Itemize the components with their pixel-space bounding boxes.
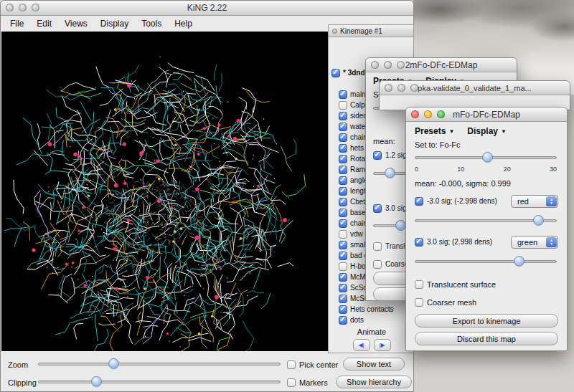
animate-back-button[interactable]: ◀|	[353, 339, 370, 351]
slider-thumb[interactable]	[395, 220, 406, 231]
item-label: Hets contacts	[350, 305, 394, 313]
close-button[interactable]	[411, 110, 419, 118]
animate-label: Animate	[329, 328, 415, 336]
slider-thumb[interactable]	[533, 215, 544, 226]
minimize-button[interactable]	[424, 110, 432, 118]
pos-sig-checkbox[interactable]: ✓	[373, 204, 382, 213]
window-title: mFo-DFc-EDMap	[453, 110, 520, 120]
item-checkbox[interactable]: ✓	[339, 176, 347, 185]
item-checkbox[interactable]: ✓	[339, 209, 347, 217]
minimize-button[interactable]	[397, 84, 405, 92]
menu-display[interactable]: Display	[94, 19, 135, 29]
translucent-checkbox[interactable]: ✓	[415, 280, 423, 289]
close-button[interactable]	[6, 4, 14, 11]
neg-color-popup[interactable]: red ▲▼	[511, 195, 558, 208]
menu-label: Tools	[141, 19, 161, 29]
map2-titlebar[interactable]: 2mFo-DFc-EDMap	[366, 58, 517, 72]
item-checkbox[interactable]: ✓	[339, 123, 347, 131]
export-kinemage-button[interactable]: Export to kinemage	[415, 314, 558, 328]
desktop: KiNG 2.22 FileEditViewsDisplayToolsHelp …	[0, 0, 574, 392]
pos-sig-checkbox[interactable]: ✓	[415, 238, 423, 247]
item-checkbox[interactable]: ✓	[339, 273, 347, 282]
kinemage-panel-titlebar[interactable]: Kinemage #1	[329, 25, 413, 37]
slider-thumb[interactable]	[482, 152, 493, 163]
minimize-button[interactable]	[19, 4, 27, 11]
map-level-slider[interactable]	[415, 152, 557, 163]
slider-track	[38, 381, 281, 383]
menu-label: Display	[100, 19, 128, 29]
menu-edit[interactable]: Edit	[30, 19, 58, 29]
item-checkbox[interactable]: ✓	[339, 295, 347, 303]
menu-views[interactable]: Views	[58, 19, 94, 29]
item-checkbox[interactable]: ✓	[339, 133, 347, 142]
minimize-button[interactable]	[384, 61, 392, 69]
zoom-button[interactable]	[437, 110, 445, 118]
map1-titlebar[interactable]: mFo-DFc-EDMap	[406, 107, 567, 122]
panel-close-button[interactable]	[332, 29, 337, 34]
item-checkbox[interactable]: ✓	[339, 90, 347, 99]
pick-center-checkbox[interactable]: ✓ Pick center	[287, 359, 338, 371]
close-button[interactable]	[385, 84, 392, 92]
item-checkbox[interactable]: ✓	[339, 316, 347, 325]
checkbox-box[interactable]: ✓	[287, 360, 296, 369]
item-checkbox[interactable]: ✓	[331, 69, 340, 77]
item-label: dots	[350, 316, 364, 324]
neg-sig-checkbox[interactable]: ✓	[373, 151, 382, 160]
stats-label: mean: -0.000, sigma: 0.999	[415, 179, 511, 188]
show-hierarchy-button[interactable]: Show hierarchy	[336, 376, 412, 388]
pos-sig-label: 3.0 sig; (2.998 dens)	[427, 238, 507, 246]
tick-label: 10	[457, 166, 464, 173]
slider-thumb[interactable]	[108, 358, 119, 369]
item-checkbox[interactable]: ✓	[339, 230, 347, 239]
menu-tools[interactable]: Tools	[135, 19, 168, 29]
clipping-slider[interactable]	[38, 376, 281, 388]
map2-window-controls	[371, 61, 405, 69]
zoom-button[interactable]	[410, 84, 418, 92]
menu-file[interactable]: File	[4, 19, 30, 29]
show-text-button[interactable]: Show text	[343, 358, 405, 371]
item-checkbox[interactable]: ✓	[339, 101, 347, 110]
item-checkbox[interactable]: ✓	[339, 187, 347, 196]
item-checkbox[interactable]: ✓	[339, 112, 347, 120]
discard-map-button[interactable]: Discard this map	[415, 332, 558, 345]
coarser-mesh-checkbox[interactable]: ✓	[415, 298, 423, 307]
tick-label: 20	[504, 166, 511, 173]
menu-display[interactable]: Display▼	[467, 126, 507, 136]
animate-forward-button[interactable]: |▶	[374, 339, 391, 351]
item-label: hets	[350, 144, 364, 152]
slider-thumb[interactable]	[91, 376, 102, 387]
item-checkbox[interactable]: ✓	[339, 252, 347, 260]
item-checkbox[interactable]: ✓	[339, 284, 347, 292]
zoom-slider[interactable]	[38, 358, 281, 370]
neg-level-slider[interactable]	[415, 215, 557, 226]
zoom-button[interactable]	[32, 4, 39, 11]
item-checkbox[interactable]: ✓	[339, 219, 347, 228]
pka-validate-window: pka-validate_0_validate_1_ma...	[379, 80, 570, 110]
pulldown-arrow-icon: ▼	[501, 128, 507, 135]
pos-color-popup[interactable]: green ▲▼	[511, 236, 558, 249]
tick-label: 0	[415, 166, 418, 173]
zoom-button[interactable]	[397, 61, 405, 69]
pka-titlebar[interactable]: pka-validate_0_validate_1_ma...	[380, 81, 570, 95]
translucent-checkbox[interactable]: ✓	[373, 242, 382, 251]
coarser-mesh-checkbox[interactable]: ✓	[373, 260, 382, 269]
item-checkbox[interactable]: ✓	[339, 198, 347, 206]
checkbox-box[interactable]: ✓	[287, 378, 296, 387]
menu-presets[interactable]: Presets▼	[415, 126, 454, 136]
slider-thumb[interactable]	[514, 256, 524, 267]
item-checkbox[interactable]: ✓	[339, 166, 347, 174]
item-checkbox[interactable]: ✓	[339, 144, 347, 153]
pos-level-slider[interactable]	[415, 256, 557, 267]
item-checkbox[interactable]: ✓	[339, 241, 347, 249]
molecule-canvas[interactable]	[1, 32, 328, 351]
item-checkbox[interactable]: ✓	[339, 155, 347, 163]
king-titlebar[interactable]: KiNG 2.22	[1, 1, 413, 16]
window-title: 2mFo-DFc-EDMap	[405, 60, 478, 70]
slider-thumb[interactable]	[385, 168, 395, 178]
item-checkbox[interactable]: ✓	[339, 262, 347, 271]
close-button[interactable]	[371, 61, 379, 69]
markers-checkbox[interactable]: ✓ Markers	[287, 377, 328, 388]
menu-help[interactable]: Help	[168, 19, 199, 29]
item-checkbox[interactable]: ✓	[339, 305, 347, 314]
neg-sig-checkbox[interactable]: ✓	[415, 197, 423, 206]
